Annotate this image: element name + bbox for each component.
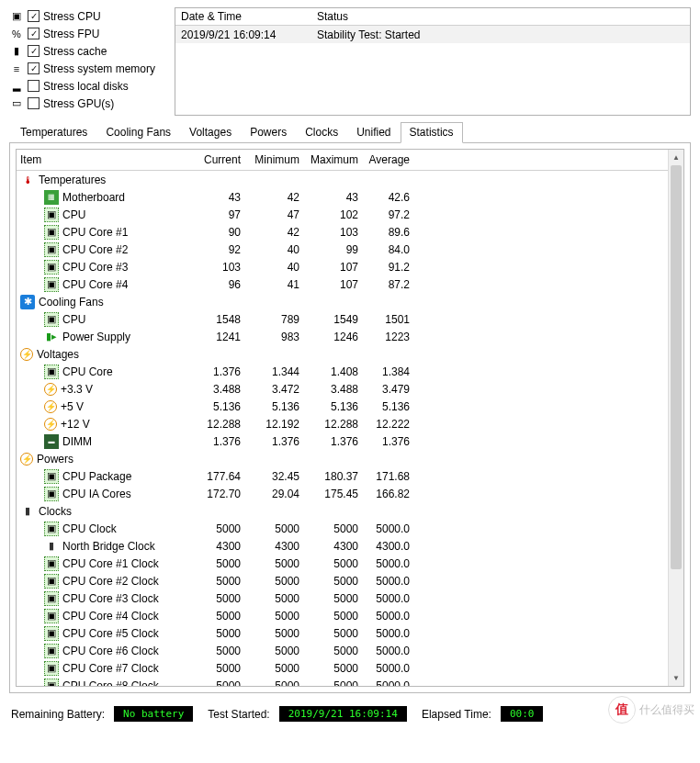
chip-icon: ▣ <box>44 661 59 676</box>
val-current: 4300 <box>191 540 250 553</box>
col-current[interactable]: Current <box>191 153 250 166</box>
val-current: 97 <box>191 208 250 221</box>
fpu-icon: % <box>9 27 24 41</box>
scroll-up-icon[interactable]: ▲ <box>669 150 683 165</box>
val-current: 5000 <box>191 575 250 588</box>
item-name: CPU Core #8 Clock <box>62 679 159 688</box>
stats-row[interactable]: ▣CPU Core #1 Clock 5000 5000 5000 5000.0 <box>17 555 683 572</box>
val-average: 3.479 <box>367 383 426 396</box>
stats-row[interactable]: ▦Motherboard 43 42 43 42.6 <box>17 188 683 206</box>
chip-icon: ▣ <box>44 225 59 240</box>
val-average: 5000.0 <box>367 557 426 570</box>
val-minimum: 29.04 <box>250 488 309 500</box>
val-current: 92 <box>191 243 250 256</box>
tab-clocks[interactable]: Clocks <box>296 122 347 143</box>
stats-row[interactable]: ▣CPU 1548 789 1549 1501 <box>17 310 683 328</box>
group-row[interactable]: ✱Cooling Fans <box>17 293 683 310</box>
statistics-panel: Item Current Minimum Maximum Average 🌡Te… <box>9 143 691 693</box>
val-maximum: 5000 <box>309 592 367 605</box>
stats-row[interactable]: ▣CPU Core #1 90 42 103 89.6 <box>17 223 683 241</box>
val-current: 96 <box>191 278 250 291</box>
stats-row[interactable]: ▣CPU 97 47 102 97.2 <box>17 206 683 223</box>
scroll-thumb[interactable] <box>671 165 682 569</box>
clock-icon: ▮ <box>20 504 35 519</box>
volt-icon: ⚡ <box>44 418 57 431</box>
volt-icon: ⚡ <box>20 348 33 361</box>
event-log: Date & Time Status 2019/9/21 16:09:14 St… <box>175 7 691 116</box>
stats-row[interactable]: ▮North Bridge Clock 4300 4300 4300 4300.… <box>17 537 683 555</box>
val-minimum: 47 <box>250 208 309 221</box>
checkbox[interactable]: ✓ <box>28 10 40 22</box>
stats-row[interactable]: ▣CPU Core #2 92 40 99 84.0 <box>17 241 683 258</box>
tab-voltages[interactable]: Voltages <box>180 122 241 143</box>
col-average[interactable]: Average <box>367 153 426 166</box>
val-minimum: 40 <box>250 243 309 256</box>
item-name: CPU Core #2 <box>62 243 128 256</box>
tab-powers[interactable]: Powers <box>241 122 296 143</box>
group-row[interactable]: ▮Clocks <box>17 502 683 520</box>
item-name: CPU Core #7 Clock <box>62 662 159 675</box>
tab-unified[interactable]: Unified <box>347 122 400 143</box>
checkbox[interactable] <box>28 80 40 92</box>
tab-statistics[interactable]: Statistics <box>401 122 463 143</box>
stats-row[interactable]: ▣CPU Core #4 96 41 107 87.2 <box>17 275 683 293</box>
stats-row[interactable]: ⚡+5 V 5.136 5.136 5.136 5.136 <box>17 398 683 415</box>
col-maximum[interactable]: Maximum <box>309 153 367 166</box>
chip-icon: ▣ <box>44 591 59 606</box>
stats-row[interactable]: ▣CPU Core #5 Clock 5000 5000 5000 5000.0 <box>17 624 683 642</box>
stats-row[interactable]: ▣CPU Core 1.376 1.344 1.408 1.384 <box>17 363 683 380</box>
chip-icon: ▣ <box>44 242 59 257</box>
val-maximum: 103 <box>309 226 367 239</box>
log-header-date[interactable]: Date & Time <box>175 10 311 23</box>
val-current: 1.376 <box>191 435 250 448</box>
stats-row[interactable]: ▣CPU Core #6 Clock 5000 5000 5000 5000.0 <box>17 642 683 659</box>
col-minimum[interactable]: Minimum <box>250 153 309 166</box>
watermark-text: 什么值得买 <box>639 702 694 718</box>
log-header-status[interactable]: Status <box>311 10 690 23</box>
mem-icon: ≡ <box>9 62 24 76</box>
item-name: CPU Core #4 Clock <box>62 610 159 623</box>
stats-row[interactable]: ▣CPU Core #8 Clock 5000 5000 5000 5000.0 <box>17 677 683 687</box>
fan-icon: ✱ <box>20 295 35 309</box>
val-current: 5000 <box>191 645 250 657</box>
stats-row[interactable]: ▣CPU Core #3 103 40 107 91.2 <box>17 258 683 275</box>
stats-row[interactable]: ▣CPU Core #7 Clock 5000 5000 5000 5000.0 <box>17 659 683 677</box>
val-current: 3.488 <box>191 383 250 396</box>
item-name: CPU Clock <box>62 522 117 535</box>
val-maximum: 5000 <box>309 522 367 535</box>
stress-option: ▭ Stress GPU(s) <box>9 95 164 112</box>
stats-row[interactable]: ▬DIMM 1.376 1.376 1.376 1.376 <box>17 432 683 450</box>
val-maximum: 175.45 <box>309 488 367 500</box>
checkbox[interactable]: ✓ <box>28 45 40 57</box>
checkbox[interactable]: ✓ <box>28 28 40 39</box>
group-row[interactable]: ⚡Powers <box>17 450 683 467</box>
col-item[interactable]: Item <box>17 153 191 166</box>
checkbox[interactable] <box>28 97 40 109</box>
val-minimum: 41 <box>250 278 309 291</box>
stats-row[interactable]: ▣CPU Clock 5000 5000 5000 5000.0 <box>17 520 683 537</box>
log-row[interactable]: 2019/9/21 16:09:14 Stability Test: Start… <box>175 26 690 43</box>
checkbox[interactable]: ✓ <box>28 62 40 74</box>
group-row[interactable]: 🌡Temperatures <box>17 171 683 188</box>
chip-icon: ▣ <box>44 522 59 536</box>
tab-temperatures[interactable]: Temperatures <box>11 122 96 143</box>
item-name: CPU Core #2 Clock <box>62 575 159 588</box>
stats-row[interactable]: ⚡+12 V 12.288 12.192 12.288 12.222 <box>17 415 683 432</box>
val-average: 84.0 <box>367 243 426 256</box>
stats-row[interactable]: ▣CPU Core #4 Clock 5000 5000 5000 5000.0 <box>17 607 683 624</box>
scrollbar[interactable]: ▲ ▼ <box>668 150 683 686</box>
stats-row[interactable]: ⚡+3.3 V 3.488 3.472 3.488 3.479 <box>17 380 683 398</box>
group-row[interactable]: ⚡Voltages <box>17 345 683 363</box>
scroll-down-icon[interactable]: ▼ <box>669 670 683 686</box>
stats-row[interactable]: ▣CPU Core #2 Clock 5000 5000 5000 5000.0 <box>17 572 683 589</box>
tab-cooling fans[interactable]: Cooling Fans <box>96 122 180 143</box>
cache-icon: ▮ <box>9 44 24 59</box>
stats-row[interactable]: ▮▸Power Supply 1241 983 1246 1223 <box>17 328 683 345</box>
item-name: CPU <box>62 313 85 326</box>
val-average: 1.384 <box>367 365 426 378</box>
stats-row[interactable]: ▣CPU IA Cores 172.70 29.04 175.45 166.82 <box>17 485 683 502</box>
stats-row[interactable]: ▣CPU Package 177.64 32.45 180.37 171.68 <box>17 467 683 485</box>
stats-row[interactable]: ▣CPU Core #3 Clock 5000 5000 5000 5000.0 <box>17 589 683 607</box>
chip-icon: ▣ <box>44 556 59 571</box>
val-minimum: 5000 <box>250 679 309 688</box>
